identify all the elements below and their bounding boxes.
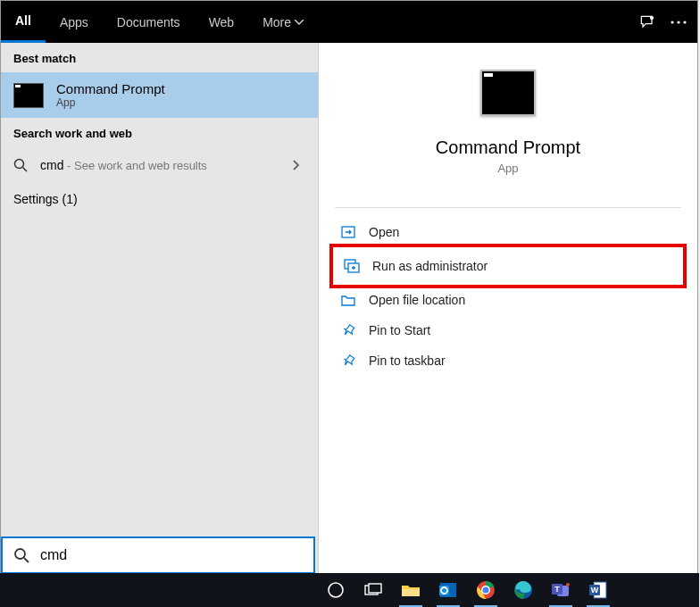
highlight-annotation: Run as administrator	[329, 244, 687, 288]
options-icon[interactable]	[671, 21, 687, 24]
svg-point-4	[15, 160, 24, 169]
search-web-header: Search work and web	[1, 118, 318, 147]
web-result[interactable]: cmd - See work and web results	[1, 147, 318, 183]
svg-point-1	[671, 21, 673, 23]
feedback-icon[interactable]	[638, 13, 656, 31]
results-panel: Best match Command Prompt App Search wor…	[1, 43, 319, 604]
edge-icon[interactable]	[504, 573, 542, 607]
taskbar: T W	[0, 573, 699, 607]
tab-web[interactable]: Web	[195, 1, 249, 43]
svg-point-20	[483, 587, 489, 594]
action-pin-start-label: Pin to Start	[369, 323, 430, 337]
svg-line-10	[24, 558, 29, 562]
action-pin-start[interactable]: Pin to Start	[335, 315, 681, 345]
svg-point-3	[683, 21, 686, 23]
task-view-icon[interactable]	[354, 573, 392, 607]
chevron-right-icon	[293, 160, 300, 170]
svg-point-25	[566, 583, 570, 586]
search-filter-tabs: All Apps Documents Web More	[1, 1, 697, 43]
svg-point-0	[650, 15, 654, 19]
settings-result[interactable]: Settings (1)	[1, 183, 318, 215]
tab-more-label: More	[262, 15, 291, 29]
pin-taskbar-icon	[340, 353, 356, 369]
action-open-label: Open	[369, 225, 399, 239]
result-title: Command Prompt	[56, 81, 165, 96]
svg-rect-14	[402, 589, 420, 596]
svg-text:W: W	[591, 586, 599, 595]
svg-point-2	[677, 21, 679, 23]
web-term: cmd	[40, 158, 63, 172]
web-hint: - See work and web results	[63, 159, 206, 172]
file-explorer-icon[interactable]	[392, 573, 429, 607]
folder-icon	[340, 292, 356, 308]
command-prompt-icon	[13, 83, 44, 108]
action-open-loc-label: Open file location	[369, 293, 465, 307]
app-icon-large	[480, 70, 536, 116]
tab-documents[interactable]: Documents	[103, 1, 195, 43]
svg-point-11	[329, 583, 343, 597]
chrome-icon[interactable]	[467, 573, 504, 607]
action-pin-taskbar-label: Pin to taskbar	[369, 353, 446, 368]
actions-list: Open Run as administrator Open file loca…	[335, 207, 681, 376]
search-icon	[13, 158, 29, 172]
svg-text:T: T	[554, 585, 560, 594]
action-open-location[interactable]: Open file location	[335, 285, 681, 315]
tab-apps[interactable]: Apps	[46, 1, 103, 43]
search-box[interactable]	[1, 536, 315, 574]
action-open[interactable]: Open	[335, 217, 681, 247]
teams-icon[interactable]: T	[542, 573, 579, 607]
word-icon[interactable]: W	[579, 573, 617, 607]
search-icon	[13, 547, 29, 563]
svg-rect-13	[369, 584, 381, 593]
action-run-as-admin[interactable]: Run as administrator	[338, 251, 678, 281]
admin-icon	[344, 258, 360, 274]
best-match-result[interactable]: Command Prompt App	[1, 72, 318, 118]
action-pin-taskbar[interactable]: Pin to taskbar	[335, 345, 681, 376]
tab-all[interactable]: All	[1, 1, 46, 43]
search-input[interactable]	[40, 547, 303, 563]
pin-icon	[340, 322, 356, 338]
cortana-icon[interactable]	[317, 573, 354, 607]
best-match-header: Best match	[1, 43, 318, 72]
app-type: App	[497, 162, 518, 175]
preview-panel: Command Prompt App Open Run as administr…	[319, 43, 697, 604]
chevron-down-icon	[295, 20, 304, 25]
svg-line-5	[23, 168, 28, 172]
action-run-admin-label: Run as administrator	[372, 259, 488, 273]
outlook-icon[interactable]	[429, 573, 467, 607]
svg-point-9	[15, 549, 25, 559]
result-subtitle: App	[56, 96, 165, 109]
tab-more[interactable]: More	[248, 1, 318, 43]
open-icon	[340, 224, 356, 240]
app-name: Command Prompt	[436, 137, 580, 158]
